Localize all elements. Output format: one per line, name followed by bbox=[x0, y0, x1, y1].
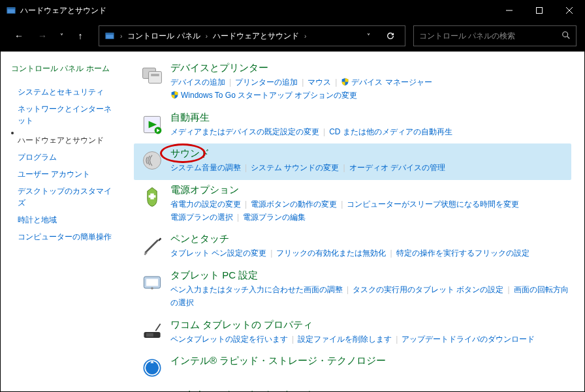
sidebar-item[interactable]: プログラム bbox=[11, 149, 122, 166]
sidebar-item-label: コンピューターの簡単操作 bbox=[18, 232, 112, 241]
breadcrumb-item[interactable]: ハードウェアとサウンド bbox=[213, 31, 299, 42]
category-link[interactable]: システム サウンドの変更 bbox=[251, 163, 339, 172]
category-link[interactable]: ペンタブレットの設定を行います bbox=[170, 335, 288, 344]
category-link[interactable]: アップデートドライバのダウンロード bbox=[402, 335, 535, 344]
svg-line-9 bbox=[567, 36, 570, 38]
sidebar-item[interactable]: システムとセキュリティ bbox=[11, 83, 122, 100]
svg-point-24 bbox=[151, 287, 153, 290]
refresh-button[interactable] bbox=[381, 27, 400, 45]
main-content: デバイスとプリンターデバイスの追加|プリンターの追加|マウス|デバイス マネージ… bbox=[131, 52, 584, 392]
category-link[interactable]: システム音量の調整 bbox=[170, 163, 241, 172]
search-input[interactable]: コントロール パネルの検索 bbox=[413, 25, 577, 46]
sidebar-item-label: プログラム bbox=[18, 153, 57, 162]
category-links: ペン入力またはタッチ入力に合わせた画面の調整|タスクの実行用のタブレット ボタン… bbox=[170, 283, 569, 310]
category-row: 電源オプション省電力の設定の変更|電源ボタンの動作の変更|コンピューターがスリー… bbox=[134, 180, 571, 230]
category-links: システム音量の調整|システム サウンドの変更|オーディオ デバイスの管理 bbox=[170, 161, 569, 174]
category-link[interactable]: フリックの有効化または無効化 bbox=[276, 249, 386, 258]
category-links: 省電力の設定の変更|電源ボタンの動作の変更|コンピューターがスリープ状態になる時… bbox=[170, 198, 569, 224]
category-link[interactable]: プリンターの追加 bbox=[235, 78, 298, 87]
forward-button[interactable]: → bbox=[32, 25, 53, 46]
sidebar-item[interactable]: ハードウェアとサウンド bbox=[11, 129, 122, 149]
category-title[interactable]: インテル® ラピッド・ストレージ・テクノロジー bbox=[170, 355, 386, 367]
link-separator: | bbox=[241, 200, 251, 209]
category-body: ワコム タブレットの プロパティペンタブレットの設定を行います|設定ファイルを削… bbox=[168, 319, 569, 346]
category-links: タブレット ペン設定の変更|フリックの有効化または無効化|特定の操作を実行するフ… bbox=[170, 247, 569, 260]
breadcrumb-dropdown-button[interactable]: ˅ bbox=[359, 27, 377, 45]
category-link[interactable]: 電源ボタンの動作の変更 bbox=[251, 200, 337, 209]
maximize-button[interactable] bbox=[524, 1, 554, 20]
search-icon[interactable] bbox=[561, 31, 571, 42]
category-link[interactable]: 省電力の設定の変更 bbox=[170, 200, 241, 209]
category-link[interactable]: Windows To Go スタートアップ オプションの変更 bbox=[181, 91, 357, 100]
sidebar-item-label: ユーザー アカウント bbox=[18, 170, 90, 179]
close-button[interactable] bbox=[554, 1, 584, 20]
up-button[interactable]: ↑ bbox=[70, 25, 91, 46]
breadcrumb[interactable]: › コントロール パネル › ハードウェアとサウンド › ˅ bbox=[99, 25, 405, 46]
category-icon bbox=[136, 319, 168, 346]
recent-locations-button[interactable]: ˅ bbox=[55, 25, 67, 46]
sidebar-item[interactable]: コンピューターの簡単操作 bbox=[11, 228, 122, 245]
minimize-button[interactable] bbox=[494, 1, 524, 20]
breadcrumb-item[interactable]: コントロール パネル bbox=[127, 31, 200, 42]
svg-line-20 bbox=[145, 240, 158, 253]
category-title[interactable]: タブレット PC 設定 bbox=[170, 269, 258, 282]
svg-line-27 bbox=[155, 324, 160, 331]
category-links: デバイスの追加|プリンターの追加|マウス|デバイス マネージャーWindows … bbox=[170, 76, 569, 102]
category-row: サウンドシステム音量の調整|システム サウンドの変更|オーディオ デバイスの管理 bbox=[134, 143, 571, 179]
category-icon bbox=[136, 389, 168, 392]
category-row: インテル® ラピッド・ストレージ・テクノロジー bbox=[134, 351, 571, 385]
titlebar: ハードウェアとサウンド bbox=[1, 1, 584, 20]
category-link[interactable]: メディアまたはデバイスの既定設定の変更 bbox=[170, 127, 319, 136]
category-link[interactable]: オーディオ デバイスの管理 bbox=[349, 163, 445, 172]
category-link[interactable]: タブレット ペン設定の変更 bbox=[170, 249, 266, 258]
sidebar-item[interactable]: 時計と地域 bbox=[11, 211, 122, 228]
category-title[interactable]: ワコム タブレットの プロパティ bbox=[170, 319, 313, 331]
shield-icon bbox=[341, 77, 349, 85]
category-link[interactable]: デバイス マネージャー bbox=[351, 78, 432, 87]
sidebar-item[interactable]: ネットワークとインターネット bbox=[11, 100, 122, 129]
category-link[interactable]: 設定ファイルを削除します bbox=[298, 335, 392, 344]
sidebar-item-label: ハードウェアとサウンド bbox=[18, 136, 104, 145]
category-row: ペンとタッチタブレット ペン設定の変更|フリックの有効化または無効化|特定の操作… bbox=[134, 229, 571, 265]
category-link[interactable]: デバイスの追加 bbox=[170, 78, 225, 87]
chevron-right-icon[interactable]: › bbox=[204, 33, 209, 40]
chevron-right-icon[interactable]: › bbox=[303, 33, 308, 40]
category-link[interactable]: 電源プランの選択 bbox=[170, 213, 233, 222]
svg-point-8 bbox=[563, 31, 568, 37]
category-icon bbox=[136, 112, 168, 138]
breadcrumb-icon bbox=[104, 31, 115, 41]
category-link[interactable]: コンピューターがスリープ状態になる時間を変更 bbox=[347, 200, 519, 209]
category-row: タブレット PC 設定ペン入力またはタッチ入力に合わせた画面の調整|タスクの実行… bbox=[134, 265, 571, 315]
category-links: メディアまたはデバイスの既定設定の変更|CD または他のメディアの自動再生 bbox=[170, 125, 569, 138]
category-link[interactable]: 特定の操作を実行するフリックの設定 bbox=[396, 249, 530, 258]
category-title[interactable]: 自動再生 bbox=[170, 112, 210, 124]
category-body: 自動再生メディアまたはデバイスの既定設定の変更|CD または他のメディアの自動再… bbox=[168, 112, 569, 138]
category-title[interactable]: デバイスとプリンター bbox=[170, 62, 268, 74]
category-link[interactable]: マウス bbox=[308, 78, 331, 87]
svg-rect-7 bbox=[106, 33, 114, 35]
category-link[interactable]: ペン入力またはタッチ入力に合わせた画面の調整 bbox=[170, 285, 343, 294]
category-row: ワコム タブレットの プロパティペンタブレットの設定を行います|設定ファイルを削… bbox=[134, 315, 571, 351]
category-link[interactable]: タスクの実行用のタブレット ボタンの設定 bbox=[353, 285, 503, 294]
category-title[interactable]: ペンとタッチ bbox=[170, 233, 229, 245]
svg-rect-1 bbox=[7, 8, 15, 10]
category-title[interactable]: 電源オプション bbox=[170, 184, 239, 196]
category-link[interactable]: 電源プランの編集 bbox=[243, 213, 306, 222]
chevron-right-icon[interactable]: › bbox=[119, 33, 123, 40]
sidebar-item[interactable]: デスクトップのカスタマイズ bbox=[11, 183, 122, 211]
category-icon bbox=[136, 269, 168, 310]
category-title[interactable]: サウンド bbox=[170, 147, 210, 160]
control-panel-home-link[interactable]: コントロール パネル ホーム bbox=[11, 63, 122, 74]
back-button[interactable]: ← bbox=[8, 25, 29, 46]
category-title[interactable]: Realtek HD オーディオマネージャ bbox=[170, 389, 321, 392]
sidebar: コントロール パネル ホーム システムとセキュリティネットワークとインターネット… bbox=[1, 52, 131, 392]
sidebar-item[interactable]: ユーザー アカウント bbox=[11, 166, 122, 183]
link-separator: | bbox=[343, 285, 353, 294]
sidebar-list: システムとセキュリティネットワークとインターネットハードウェアとサウンドプログラ… bbox=[11, 83, 122, 245]
addressbar: ← → ˅ ↑ › コントロール パネル › ハードウェアとサウンド › ˅ コ… bbox=[1, 20, 584, 52]
category-link[interactable]: CD または他のメディアの自動再生 bbox=[329, 127, 452, 136]
link-separator: | bbox=[233, 213, 243, 222]
link-separator: | bbox=[298, 78, 308, 87]
active-marker bbox=[18, 132, 116, 134]
category-icon bbox=[136, 184, 168, 224]
